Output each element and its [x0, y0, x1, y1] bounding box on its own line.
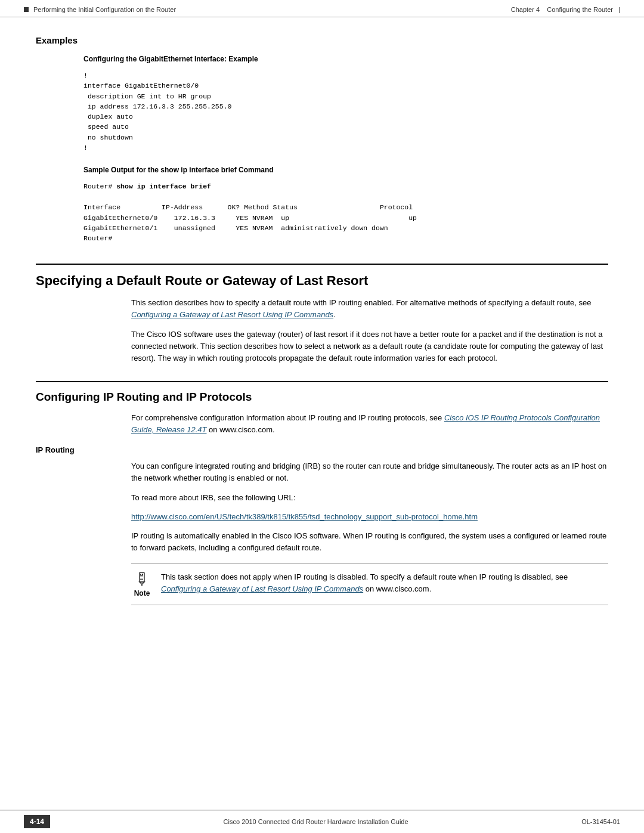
section-label: Configuring the Router — [547, 6, 613, 13]
page-header: Performing the Initial Configuration on … — [0, 0, 644, 17]
default-route-para1: This section describes how to specify a … — [131, 297, 608, 321]
examples-heading: Examples — [36, 35, 608, 45]
note-content: This task section does not apply when IP… — [161, 571, 608, 594]
show-command-block: Router# show ip interface brief — [83, 179, 608, 194]
page-number: 4-14 — [24, 815, 50, 828]
table-row1: GigabitEthernet0/0 172.16.3.3 YES NVRAM … — [83, 214, 417, 222]
note-label: Note — [134, 589, 150, 597]
ip-routing-intro: For comprehensive configuration informat… — [131, 412, 608, 436]
ip-routing-url: http://www.cisco.com/en/US/tech/tk389/tk… — [131, 511, 608, 523]
ip-routing-url-link[interactable]: http://www.cisco.com/en/US/tech/tk389/tk… — [131, 512, 478, 521]
table-row3: Router# — [83, 234, 112, 242]
svg-rect-4 — [140, 577, 143, 577]
show-subsection-title: Sample Output for the show ip interface … — [83, 166, 608, 174]
chapter-label: Chapter 4 — [511, 6, 540, 13]
ip-routing-subsection: IP Routing You can configure integrated … — [36, 445, 608, 605]
ip-routing-para2: To read more about IRB, see the followin… — [131, 492, 608, 504]
svg-marker-7 — [140, 582, 144, 584]
note-block: Note This task section does not apply wh… — [131, 563, 608, 605]
svg-rect-1 — [140, 574, 141, 575]
gigabit-code-block: ! interface GigabitEthernet0/0 descripti… — [83, 68, 608, 155]
page-footer: 4-14 Cisco 2010 Connected Grid Router Ha… — [0, 810, 644, 833]
header-left-text: Performing the Initial Configuration on … — [33, 6, 176, 13]
svg-rect-3 — [140, 575, 143, 576]
table-row2: GigabitEthernet0/1 unassigned YES NVRAM … — [83, 224, 388, 232]
command-text: show ip interface brief — [116, 182, 211, 190]
main-content: Examples Configuring the GigabitEthernet… — [0, 17, 644, 653]
default-route-heading: Specifying a Default Route or Gateway of… — [36, 264, 608, 289]
ip-routing-para3: IP routing is automatically enabled in t… — [131, 530, 608, 554]
header-left: Performing the Initial Configuration on … — [24, 6, 176, 13]
show-output-block: Interface IP-Address OK? Method Status P… — [83, 200, 608, 246]
svg-rect-5 — [140, 578, 143, 578]
footer-center-text: Cisco 2010 Connected Grid Router Hardwar… — [224, 818, 408, 825]
command-prefix: Router# — [83, 182, 116, 190]
note-icon-container: Note — [131, 571, 153, 597]
default-route-link1[interactable]: Configuring a Gateway of Last Resort Usi… — [131, 310, 333, 319]
svg-rect-6 — [140, 579, 143, 580]
footer-right-text: OL-31454-01 — [581, 818, 620, 825]
note-pencil-icon — [134, 571, 150, 588]
ip-routing-subheading: IP Routing — [36, 445, 608, 454]
note-link[interactable]: Configuring a Gateway of Last Resort Usi… — [161, 584, 363, 593]
ip-routing-heading: Configuring IP Routing and IP Protocols — [36, 381, 608, 404]
header-right: Chapter 4 Configuring the Router | — [511, 6, 620, 13]
header-square-icon — [24, 7, 29, 12]
table-header: Interface IP-Address OK? Method Status P… — [83, 203, 413, 211]
default-route-para2: The Cisco IOS software uses the gateway … — [131, 329, 608, 364]
gigabit-subsection-title: Configuring the GigabitEthernet Interfac… — [83, 55, 608, 63]
svg-rect-2 — [142, 574, 143, 575]
ip-routing-para1: You can configure integrated routing and… — [131, 460, 608, 484]
